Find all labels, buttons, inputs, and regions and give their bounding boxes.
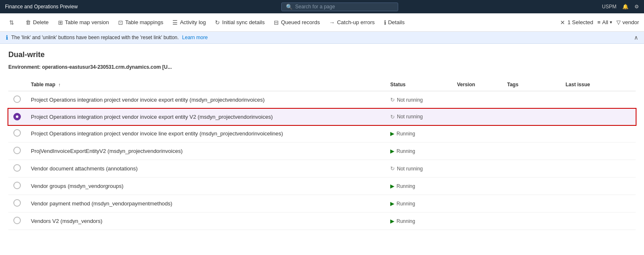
status-cell: ↻Not running [385,109,452,125]
delete-label: Delete [33,19,49,25]
running-icon: ▶ [390,148,394,154]
run-button[interactable]: ⇅ [5,17,20,28]
row-radio-button[interactable] [13,164,21,172]
running-icon: ▶ [390,218,394,224]
row-radio-button[interactable] [13,199,21,207]
col-tablemap-label: Table map [31,82,55,88]
clear-selection-button[interactable]: ✕ [560,19,565,26]
environment-label: Environment: [8,64,40,70]
not-running-icon: ↻ [390,165,395,172]
row-radio-button[interactable] [13,95,21,103]
info-banner: ℹ The 'link' and 'unlink' buttons have b… [0,32,644,44]
col-version-label: Version [457,82,475,88]
row-radio-button[interactable] [13,113,21,120]
delete-button[interactable]: 🗑 Delete [21,17,53,28]
col-tags-label: Tags [507,82,518,88]
banner-close-button[interactable]: ∧ [634,34,638,41]
queued-records-button[interactable]: ⊟ Queued records [270,17,324,28]
tags-cell [502,160,561,178]
table-row[interactable]: ProjVendInvoiceExportEntityV2 (msdyn_pro… [8,142,636,160]
version-cell [452,125,502,142]
settings-icon[interactable]: ⚙ [634,4,639,10]
tags-cell [502,195,561,212]
table-mappings-icon: ⊡ [118,19,123,26]
table-body: Project Operations integration project v… [8,91,636,230]
catch-up-errors-button[interactable]: → Catch-up errors [325,17,379,28]
status-text: Running [397,201,415,207]
tablemap-cell: ProjVendInvoiceExportEntityV2 (msdyn_pro… [26,142,385,160]
search-box[interactable]: 🔍 [281,2,398,11]
filter-all-label: All [602,19,608,25]
table-row[interactable]: Vendor document attachments (annotations… [8,160,636,178]
initial-sync-details-button[interactable]: ↻ Initial sync details [211,17,269,28]
filter-vendor[interactable]: ▽ vendor [616,19,639,25]
row-radio-button[interactable] [13,147,21,154]
not-running-icon: ↻ [390,97,395,103]
version-cell [452,178,502,195]
page-title: Dual-write [8,50,636,59]
tags-cell [502,109,561,125]
row-radio-button[interactable] [13,182,21,189]
running-icon: ▶ [390,183,394,189]
table-row[interactable]: Project Operations integration project v… [8,125,636,142]
lastissue-cell [561,160,636,178]
tags-cell [502,91,561,109]
catch-up-errors-icon: → [329,19,335,26]
filter-vendor-label: vendor [622,19,639,25]
bell-icon[interactable]: 🔔 [622,4,629,10]
initial-sync-label: Initial sync details [222,19,265,25]
status-cell: ▶Running [385,125,452,142]
status-text: Running [397,148,415,154]
search-input[interactable] [295,4,387,10]
row-radio-button[interactable] [13,217,21,224]
tablemap-cell: Vendors V2 (msdyn_vendors) [26,212,385,230]
table-row[interactable]: Vendor groups (msdyn_vendorgroups)▶Runni… [8,178,636,195]
table-mappings-button[interactable]: ⊡ Table mappings [114,17,167,28]
activity-log-button[interactable]: ☰ Activity log [168,17,210,28]
col-version-header: Version [452,78,502,91]
tablemap-cell: Vendor document attachments (annotations… [26,160,385,178]
activity-log-icon: ☰ [172,19,178,26]
lastissue-cell [561,91,636,109]
table-row[interactable]: Project Operations integration project v… [8,109,636,125]
filter-all-dropdown[interactable]: ≡ All ▾ [597,19,612,25]
queued-records-icon: ⊟ [274,19,279,26]
table-row[interactable]: Project Operations integration project v… [8,91,636,109]
status-cell: ▶Running [385,142,452,160]
lastissue-cell [561,109,636,125]
status-cell: ▶Running [385,195,452,212]
col-tablemap-header[interactable]: Table map ↑ [26,78,385,91]
lastissue-cell [561,212,636,230]
user-label: USPM [602,4,616,10]
details-icon: ℹ [384,19,386,26]
status-cell: ▶Running [385,212,452,230]
table-row[interactable]: Vendor payment method (msdyn_vendorpayme… [8,195,636,212]
table-mappings-label: Table mappings [125,19,163,25]
status-text: Running [397,131,415,137]
status-cell: ↻Not running [385,91,452,109]
environment-line: Environment: operations-eastusur34-23053… [8,64,636,70]
tablemap-cell: Project Operations integration project v… [26,109,385,125]
command-bar-left: ⇅ 🗑 Delete ⊞ Table map version ⊡ Table m… [5,17,409,28]
col-tags-header: Tags [502,78,561,91]
delete-icon: 🗑 [25,19,31,25]
row-radio-button[interactable] [13,129,21,137]
info-icon: ℹ [6,34,8,41]
details-label: Details [388,19,405,25]
selected-count: 1 Selected [568,19,593,25]
status-text: Not running [397,166,423,172]
table-row[interactable]: Vendors V2 (msdyn_vendors)▶Running [8,212,636,230]
status-text: Running [397,183,415,189]
running-icon: ▶ [390,130,394,137]
lastissue-cell [561,195,636,212]
lastissue-cell [561,178,636,195]
initial-sync-icon: ↻ [215,19,220,26]
status-text: Running [397,218,415,224]
version-cell [452,212,502,230]
learn-more-link[interactable]: Learn more [182,35,207,40]
table-map-version-button[interactable]: ⊞ Table map version [54,17,114,28]
running-icon: ▶ [390,200,394,207]
details-button[interactable]: ℹ Details [380,17,409,28]
filter-lines-icon: ≡ [597,19,601,25]
tags-cell [502,142,561,160]
